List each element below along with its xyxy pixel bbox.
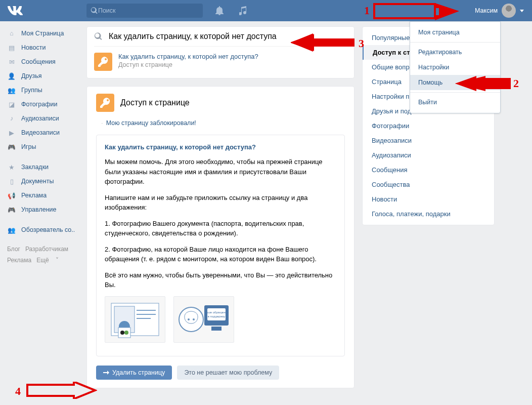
observer-icon: 👥 — [7, 225, 16, 234]
footer-more[interactable]: Ещё ˅ — [36, 257, 59, 264]
docs-icon: ▯ — [7, 177, 16, 186]
username-label: Максим — [475, 7, 498, 14]
user-dropdown: Моя страница Редактировать Настройки Пом… — [410, 21, 501, 113]
nav-ads[interactable]: 📢Реклама — [7, 188, 83, 202]
friends-icon: 👤 — [7, 71, 16, 80]
dropdown-item-edit[interactable]: Редактировать — [410, 45, 500, 60]
illustration-passport — [105, 296, 165, 343]
bookmark-icon: ★ — [7, 163, 16, 172]
svg-point-7 — [188, 318, 190, 320]
svg-rect-11 — [211, 327, 221, 331]
groups-icon: 👥 — [7, 86, 16, 95]
dropdown-item-settings[interactable]: Настройки — [410, 60, 500, 75]
nav-bookmarks[interactable]: ★Закладки — [7, 160, 83, 174]
key-icon — [94, 53, 112, 71]
section-title: Доступ к странице — [120, 98, 190, 107]
search-icon — [94, 32, 103, 41]
cat-communities[interactable]: Сообщества — [363, 177, 494, 192]
nav-my-page[interactable]: ⌂Моя Страница — [7, 26, 83, 40]
article-p5: Всё это нам нужно, чтобы быть уверенными… — [105, 270, 336, 290]
nav-docs[interactable]: ▯Документы — [7, 174, 83, 188]
nav-observer[interactable]: 👥Обозреватель со.. — [7, 223, 83, 237]
cat-audio[interactable]: Аудиозаписи — [363, 148, 494, 163]
svg-text:в поддержку: в поддержку — [208, 315, 226, 318]
games-icon: 🎮 — [7, 142, 16, 151]
delete-page-button[interactable]: Удалить страницу — [96, 366, 172, 380]
svg-rect-10 — [207, 308, 226, 320]
topbar: Максим — [0, 0, 532, 21]
nav-groups[interactable]: 👥Группы — [7, 83, 83, 97]
svg-point-4 — [120, 331, 124, 335]
nav-messages[interactable]: ✉Сообщения — [7, 55, 83, 69]
ads-icon: 📢 — [7, 191, 16, 200]
arrow-right-icon — [103, 370, 109, 375]
photos-icon: ◪ — [7, 100, 16, 109]
topbar-search-input[interactable] — [98, 7, 199, 14]
result-subtitle: Доступ к странице — [118, 61, 258, 68]
article-p1: Мы можем помочь. Для этого необходимо, ч… — [105, 157, 336, 187]
footer-blog[interactable]: Блог — [7, 246, 20, 253]
nav-friends[interactable]: 👤Друзья — [7, 69, 83, 83]
search-result-row[interactable]: Как удалить страницу, к которой нет дост… — [94, 46, 347, 73]
notifications-icon[interactable] — [215, 6, 224, 15]
nav-audio[interactable]: ♪Аудиозаписи — [7, 111, 83, 126]
nav-games[interactable]: 🎮Игры — [7, 140, 83, 154]
article-box: Как удалить страницу, к которой нет дост… — [96, 135, 345, 356]
svg-point-8 — [193, 318, 195, 320]
cat-photos[interactable]: Фотографии — [363, 118, 494, 133]
help-search-card: Как удалить страницу, к которой нет дост… — [86, 26, 354, 78]
article-card: Доступ к странице ·Мою страницу заблокир… — [86, 86, 354, 388]
illustration-selfie: Ваше обращениев поддержку — [173, 296, 234, 343]
svg-text:Ваше обращение: Ваше обращение — [204, 311, 229, 314]
cat-messages[interactable]: Сообщения — [363, 163, 494, 177]
result-title: Как удалить страницу, к которой нет дост… — [118, 53, 258, 60]
nav-photos[interactable]: ◪Фотографии — [7, 97, 83, 111]
topbar-search[interactable] — [86, 4, 203, 18]
nav-footer: БлогРазработчикам РекламаЕщё ˅ — [7, 237, 83, 266]
dropdown-item-mypage[interactable]: Моя страница — [410, 25, 500, 40]
video-icon: ▶ — [7, 128, 16, 137]
avatar — [502, 4, 516, 18]
manage-icon: 🎮 — [7, 205, 16, 214]
blocked-link[interactable]: Мою страницу заблокировали! — [106, 119, 196, 127]
dropdown-item-logout[interactable]: Выйти — [410, 95, 500, 110]
dropdown-item-help[interactable]: Помощь — [410, 75, 500, 90]
news-icon: ▤ — [7, 43, 16, 52]
footer-ads[interactable]: Реклама — [7, 257, 31, 264]
home-icon: ⌂ — [7, 29, 16, 38]
search-icon — [91, 7, 98, 15]
footer-dev[interactable]: Разработчикам — [25, 246, 68, 253]
key-icon — [96, 94, 114, 112]
audio-icon: ♪ — [7, 114, 16, 123]
svg-point-5 — [124, 331, 128, 335]
chevron-down-icon — [520, 10, 524, 12]
cat-news[interactable]: Новости — [363, 192, 494, 207]
not-solved-button[interactable]: Это не решает мою проблему — [177, 366, 279, 380]
vk-logo[interactable] — [5, 6, 28, 15]
left-nav: ⌂Моя Страница ▤Новости ✉Сообщения 👤Друзь… — [0, 26, 83, 396]
main-column: Как удалить страницу, к которой нет дост… — [86, 26, 354, 396]
nav-news[interactable]: ▤Новости — [7, 40, 83, 55]
article-p4: 2. Фотографию, на которой Ваше лицо нахо… — [105, 245, 336, 264]
article-title: Как удалить страницу, к которой нет дост… — [105, 143, 336, 151]
user-menu-trigger[interactable]: Максим — [472, 0, 527, 21]
nav-manage[interactable]: 🎮Управление — [7, 202, 83, 217]
help-search-input[interactable] — [109, 32, 347, 41]
nav-video[interactable]: ▶Видеозаписи — [7, 126, 83, 140]
cat-payments[interactable]: Голоса, платежи, подарки — [363, 207, 494, 225]
article-p2: Напишите нам и не забудьте приложить ссы… — [105, 193, 336, 213]
cat-videos[interactable]: Видеозаписи — [363, 133, 494, 148]
messages-icon: ✉ — [7, 57, 16, 66]
music-icon[interactable] — [239, 6, 247, 15]
article-p3: 1. Фотографию Вашего документа (паспорта… — [105, 219, 336, 238]
